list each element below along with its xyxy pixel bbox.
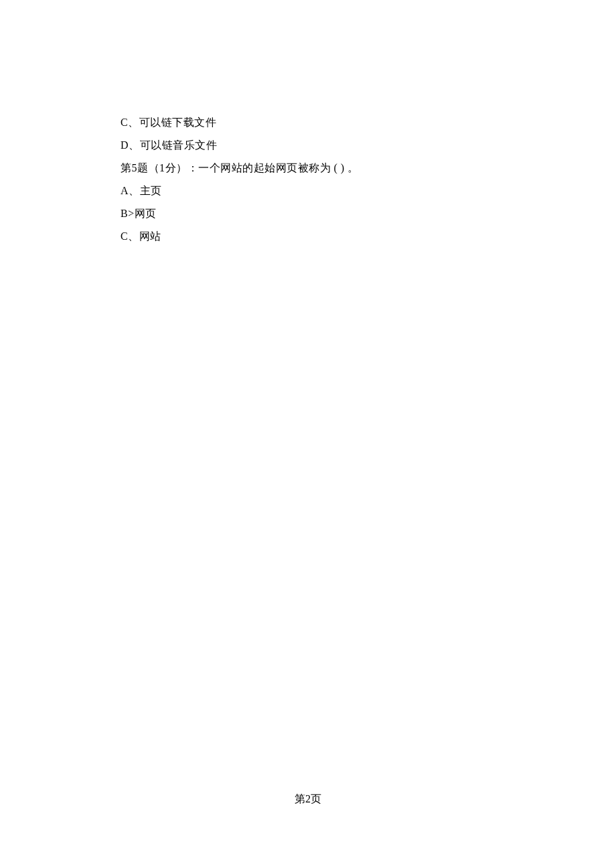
question-5: 第5题（1分）：一个网站的起始网页被称为 ( ) 。 [121, 157, 495, 180]
option-b: B>网页 [121, 202, 495, 225]
page-number: 第2页 [0, 792, 616, 806]
option-d-prev: D、可以链音乐文件 [121, 134, 495, 157]
option-c-prev: C、可以链下载文件 [121, 111, 495, 134]
option-a: A、主页 [121, 180, 495, 202]
option-c: C、网站 [121, 225, 495, 248]
document-content: C、可以链下载文件 D、可以链音乐文件 第5题（1分）：一个网站的起始网页被称为… [121, 111, 495, 248]
